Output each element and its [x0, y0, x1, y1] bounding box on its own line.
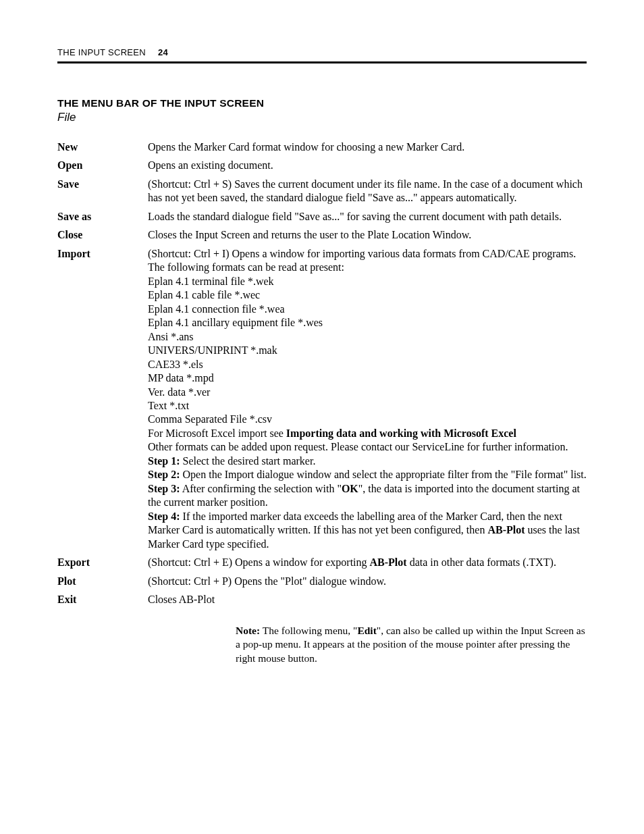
step-label: Step 1: [148, 455, 180, 467]
import-excel-link: Importing data and working with Microsof… [286, 427, 516, 439]
menu-row-plot: Plot (Shortcut: Ctrl + P) Opens the "Plo… [57, 575, 587, 593]
import-step-4: Step 4: If the imported marker data exce… [148, 510, 587, 551]
export-text: data in other data formats (.TXT). [407, 556, 556, 568]
running-header: THE INPUT SCREEN 24 [57, 47, 587, 63]
menu-label-close: Close [57, 228, 148, 246]
menu-label-export: Export [57, 556, 148, 574]
import-format: Comma Separated File *.csv [148, 413, 587, 426]
menu-label-exit: Exit [57, 593, 148, 611]
export-text: (Shortcut: Ctrl + E) Opens a window for … [148, 556, 370, 568]
import-intro: (Shortcut: Ctrl + I) Opens a window for … [148, 247, 587, 275]
note-text: The following menu, " [260, 625, 357, 636]
note-block: Note: The following menu, "Edit", can al… [236, 624, 587, 667]
running-title: THE INPUT SCREEN [57, 47, 146, 57]
note-label: Note: [236, 625, 260, 636]
import-excel: For Microsoft Excel import see Importing… [148, 427, 587, 440]
import-format: MP data *.mpd [148, 371, 587, 385]
menu-desc-close: Closes the Input Screen and returns the … [148, 228, 587, 246]
menu-row-save-as: Save as Loads the standard dialogue fiel… [57, 210, 587, 228]
menu-desc-open: Opens an existing document. [148, 159, 587, 177]
import-format: Ansi *.ans [148, 330, 587, 344]
section-heading: THE MENU BAR OF THE INPUT SCREEN [57, 97, 587, 109]
menu-desc-exit: Closes AB-Plot [148, 593, 587, 611]
menu-label-plot: Plot [57, 575, 148, 593]
import-step-2: Step 2: Open the Import dialogue window … [148, 468, 587, 481]
menu-row-new: New Opens the Marker Card format window … [57, 140, 587, 159]
import-format: Text *.txt [148, 399, 587, 413]
menu-desc-plot: (Shortcut: Ctrl + P) Opens the "Plot" di… [148, 575, 587, 593]
page: THE INPUT SCREEN 24 THE MENU BAR OF THE … [0, 0, 644, 666]
menu-row-open: Open Opens an existing document. [57, 159, 587, 177]
section-subheading: File [57, 111, 587, 124]
import-format: Eplan 4.1 ancillary equipment file *.wes [148, 316, 587, 330]
ab-plot-label: AB-Plot [487, 524, 525, 536]
import-format: Eplan 4.1 terminal file *.wek [148, 275, 587, 288]
step-text: Open the Import dialogue window and sele… [180, 469, 587, 480]
import-step-1: Step 1: Select the desired start marker. [148, 454, 587, 468]
edit-label: Edit [357, 625, 376, 636]
menu-label-import: Import [57, 247, 148, 556]
menu-row-export: Export (Shortcut: Ctrl + E) Opens a wind… [57, 556, 587, 574]
step-label: Step 4: [148, 511, 180, 522]
step-text: Select the desired start marker. [180, 455, 316, 467]
import-format: UNIVERS/UNIPRINT *.mak [148, 344, 587, 357]
step-text: After confirming the selection with " [180, 483, 342, 494]
file-menu-table: New Opens the Marker Card format window … [57, 140, 587, 612]
step-label: Step 2: [148, 469, 180, 480]
ok-label: OK [342, 483, 358, 494]
ab-plot-label: AB-Plot [370, 556, 407, 568]
import-format: Ver. data *.ver [148, 386, 587, 399]
menu-label-open: Open [57, 159, 148, 177]
import-other: Other formats can be added upon request.… [148, 440, 587, 454]
menu-desc-new: Opens the Marker Card format window for … [148, 140, 587, 159]
page-number: 24 [158, 47, 168, 57]
menu-desc-save: (Shortcut: Ctrl + S) Saves the current d… [148, 178, 587, 210]
import-step-3: Step 3: After confirming the selection w… [148, 482, 587, 510]
menu-desc-import: (Shortcut: Ctrl + I) Opens a window for … [148, 247, 587, 556]
import-format: CAE33 *.els [148, 358, 587, 371]
import-excel-pre: For Microsoft Excel import see [148, 427, 286, 439]
menu-row-import: Import (Shortcut: Ctrl + I) Opens a wind… [57, 247, 587, 556]
menu-label-save-as: Save as [57, 210, 148, 228]
import-format: Eplan 4.1 connection file *.wea [148, 303, 587, 316]
menu-row-exit: Exit Closes AB-Plot [57, 593, 587, 611]
menu-label-save: Save [57, 178, 148, 210]
menu-desc-save-as: Loads the standard dialogue field "Save … [148, 210, 587, 228]
import-format: Eplan 4.1 cable file *.wec [148, 288, 587, 302]
menu-row-save: Save (Shortcut: Ctrl + S) Saves the curr… [57, 178, 587, 210]
menu-desc-export: (Shortcut: Ctrl + E) Opens a window for … [148, 556, 587, 574]
menu-label-new: New [57, 140, 148, 159]
step-label: Step 3: [148, 483, 180, 494]
menu-row-close: Close Closes the Input Screen and return… [57, 228, 587, 246]
